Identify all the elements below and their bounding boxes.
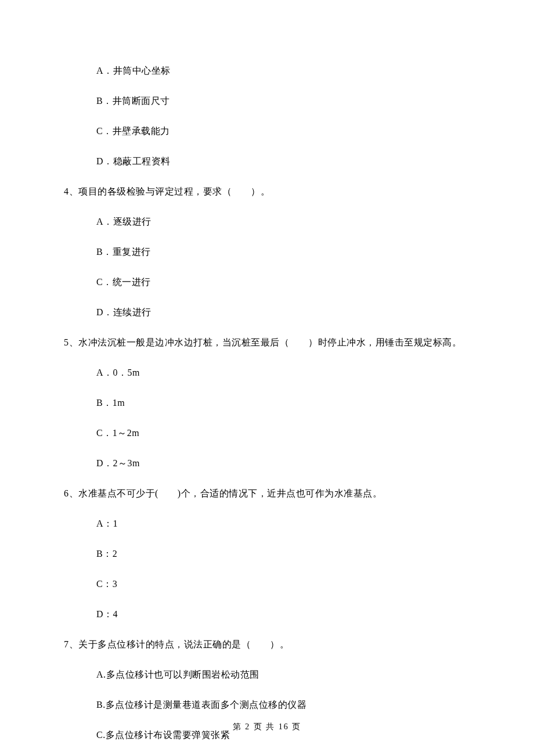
q5-option-d: D．2～3m (96, 456, 470, 470)
q4-option-d: D．连续进行 (96, 305, 470, 319)
q4-text: 4、项目的各级检验与评定过程，要求（ ）。 (64, 185, 470, 199)
q6-text: 6、水准基点不可少于( )个，合适的情况下，近井点也可作为水准基点。 (64, 487, 470, 501)
q7-option-b: B.多点位移计是测量巷道表面多个测点位移的仪器 (96, 698, 470, 712)
q7-option-a: A.多点位移计也可以判断围岩松动范围 (96, 668, 470, 682)
q6-option-a: A：1 (96, 517, 470, 531)
q6-option-b: B：2 (96, 547, 470, 561)
q3-option-a: A．井筒中心坐标 (96, 64, 470, 78)
page-footer: 第 2 页 共 16 页 (0, 721, 534, 733)
q4-option-b: B．重复进行 (96, 245, 470, 259)
q5-option-a: A．0．5m (96, 366, 470, 380)
q6-option-d: D：4 (96, 607, 470, 621)
q3-option-c: C．井壁承载能力 (96, 124, 470, 138)
q5-option-b: B．1m (96, 396, 470, 410)
q6-option-c: C：3 (96, 577, 470, 591)
q5-text: 5、水冲法沉桩一般是边冲水边打桩，当沉桩至最后（ ）时停止冲水，用锤击至规定标高… (64, 336, 470, 350)
q5-option-c: C．1～2m (96, 426, 470, 440)
q7-text: 7、关于多点位移计的特点，说法正确的是（ ）。 (64, 638, 470, 651)
q3-option-d: D．稳蔽工程资料 (96, 154, 470, 168)
q4-option-a: A．逐级进行 (96, 215, 470, 229)
q4-option-c: C．统一进行 (96, 275, 470, 289)
q3-option-b: B．井筒断面尺寸 (96, 94, 470, 108)
